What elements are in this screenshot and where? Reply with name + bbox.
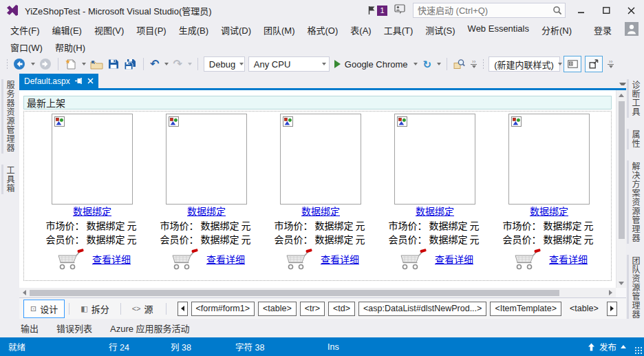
redo-button[interactable]: ↷: [172, 56, 182, 72]
menu-item[interactable]: 测试(S): [419, 21, 461, 39]
view-detail-link[interactable]: 查看详细: [206, 253, 245, 267]
solution-config-dropdown[interactable]: Debug: [204, 56, 245, 72]
solution-platform-dropdown[interactable]: Any CPU: [248, 56, 330, 72]
menu-item[interactable]: 分析(N): [535, 21, 578, 39]
menu-item[interactable]: 团队(M): [257, 21, 301, 39]
scroll-right-arrow[interactable]: [605, 290, 616, 295]
product-image-placeholder[interactable]: [166, 114, 247, 205]
product-image-placeholder[interactable]: [394, 114, 475, 205]
refresh-button[interactable]: ↻: [422, 56, 433, 72]
design-surface[interactable]: 最新上架 数据绑定 市场价：数据绑定元 会员价：数据绑定元: [19, 90, 616, 288]
sign-in-button[interactable]: 登录: [588, 21, 618, 39]
horizontal-scrollbar[interactable]: [19, 288, 626, 297]
toolbar-overflow-button-2[interactable]: ››: [606, 60, 615, 68]
view-detail-link[interactable]: 查看详细: [549, 253, 588, 267]
save-all-button[interactable]: [123, 56, 138, 72]
undo-button[interactable]: ↶: [149, 56, 160, 72]
new-file-button[interactable]: [64, 56, 77, 72]
refresh-dropdown-caret[interactable]: [437, 63, 441, 65]
product-image-placeholder[interactable]: [508, 114, 590, 205]
product-image-placeholder[interactable]: [52, 114, 133, 205]
browser-dropdown-caret[interactable]: [414, 63, 418, 65]
menu-item[interactable]: 帮助(H): [49, 39, 92, 56]
menu-item[interactable]: 生成(B): [173, 21, 215, 39]
menu-item[interactable]: 表(A): [344, 21, 377, 39]
toolbar-grip[interactable]: [6, 59, 9, 70]
vertical-scrollbar[interactable]: [616, 90, 626, 288]
menu-item[interactable]: 文件(F): [4, 21, 46, 39]
back-dropdown-caret[interactable]: [31, 63, 35, 65]
maximize-button[interactable]: [597, 3, 615, 18]
style-dropdown[interactable]: (新建内联样式): [489, 56, 560, 72]
product-name-link[interactable]: 数据绑定: [301, 205, 340, 219]
show-overlay-glyphs-toggle[interactable]: [564, 56, 581, 72]
view-button-design[interactable]: ⊡设计: [23, 300, 65, 318]
view-button-source[interactable]: <>源: [125, 300, 160, 318]
expand-control-toggle[interactable]: [585, 56, 603, 72]
navigate-back-button[interactable]: [12, 56, 26, 72]
tag-scroll-right[interactable]: [607, 302, 617, 316]
menu-item[interactable]: 工具(T): [378, 21, 420, 39]
tag-breadcrumb[interactable]: <table>: [565, 302, 603, 316]
find-in-files-button[interactable]: [453, 56, 466, 72]
sidebar-tab[interactable]: 工具箱: [1, 165, 18, 194]
panel-tab[interactable]: Azure 应用服务活动: [110, 322, 190, 335]
browser-label[interactable]: Google Chrome: [345, 59, 408, 70]
tag-breadcrumb[interactable]: <asp:DataList#dlstNewProd...>: [358, 302, 486, 316]
panel-tab[interactable]: 错误列表: [56, 322, 92, 335]
datalist-control[interactable]: 数据绑定 市场价：数据绑定元 会员价：数据绑定元 查看详细: [23, 111, 612, 281]
menu-item[interactable]: 调试(D): [215, 21, 257, 39]
style-toolbar-grip[interactable]: [482, 59, 485, 70]
publish-button[interactable]: 发布: [588, 340, 626, 353]
view-detail-link[interactable]: 查看详细: [92, 253, 131, 267]
product-image-placeholder[interactable]: [280, 114, 361, 205]
new-file-dropdown-caret[interactable]: [82, 63, 86, 65]
resize-grip[interactable]: [634, 346, 643, 355]
tag-breadcrumb[interactable]: <td>: [328, 302, 355, 316]
menu-item[interactable]: 窗口(W): [4, 39, 49, 56]
menu-item[interactable]: Web Essentials: [462, 21, 535, 39]
notifications-button[interactable]: 1: [367, 6, 387, 16]
product-name-link[interactable]: 数据绑定: [187, 205, 226, 219]
sidebar-tab[interactable]: 团队资源管理器: [627, 255, 643, 320]
publish-collapse-icon[interactable]: [621, 345, 626, 348]
pin-icon[interactable]: [75, 77, 83, 85]
sidebar-tab[interactable]: 属性: [627, 129, 643, 149]
tag-breadcrumb[interactable]: <ItemTemplate>: [490, 302, 561, 316]
document-tab[interactable]: Default.aspx: [19, 74, 98, 88]
panel-tab[interactable]: 输出: [21, 322, 39, 335]
quick-launch-input[interactable]: [418, 6, 552, 16]
navigate-forward-button[interactable]: [39, 56, 52, 72]
feedback-icon[interactable]: [394, 4, 406, 17]
tag-breadcrumb[interactable]: <tr>: [300, 302, 325, 316]
undo-dropdown-caret[interactable]: [164, 63, 169, 65]
product-name-link[interactable]: 数据绑定: [73, 205, 111, 219]
minimize-button[interactable]: [572, 3, 590, 18]
open-file-button[interactable]: [89, 56, 104, 72]
redo-dropdown-caret[interactable]: [188, 63, 192, 65]
menu-item[interactable]: 视图(V): [88, 21, 130, 39]
view-button-split[interactable]: ◧拆分: [74, 300, 116, 318]
view-detail-link[interactable]: 查看详细: [435, 253, 473, 267]
view-detail-link[interactable]: 查看详细: [321, 253, 359, 267]
scroll-up-arrow[interactable]: [616, 90, 627, 100]
horizontal-scroll-thumb[interactable]: [30, 290, 559, 296]
sidebar-tab[interactable]: 解决方案资源管理器: [627, 160, 643, 244]
start-debug-button[interactable]: Google Chrome: [333, 59, 419, 70]
scroll-down-arrow[interactable]: [616, 278, 627, 288]
menu-item[interactable]: 编辑(E): [46, 21, 88, 39]
product-name-link[interactable]: 数据绑定: [416, 205, 454, 219]
product-name-link[interactable]: 数据绑定: [530, 205, 568, 219]
quick-launch-box[interactable]: [413, 3, 566, 18]
close-button[interactable]: [622, 3, 640, 18]
save-button[interactable]: [107, 56, 120, 72]
sidebar-tab[interactable]: 服务器资源管理器: [1, 79, 18, 154]
sidebar-tab[interactable]: 诊断工具: [627, 79, 643, 118]
scroll-left-arrow[interactable]: [19, 290, 30, 295]
document-list-dropdown[interactable]: [619, 83, 626, 85]
tag-breadcrumb[interactable]: <table>: [258, 302, 297, 316]
toolbar-overflow-button[interactable]: ››: [469, 60, 478, 68]
menu-item[interactable]: 格式(O): [301, 21, 345, 39]
user-avatar[interactable]: [625, 22, 638, 38]
tag-breadcrumb[interactable]: <form#form1>: [191, 302, 255, 316]
